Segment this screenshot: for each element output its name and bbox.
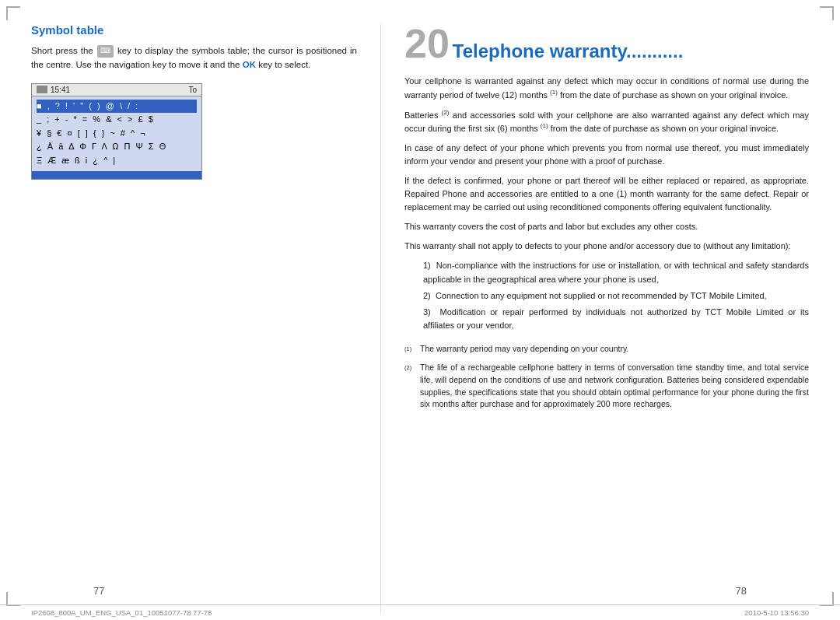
footnote-1: (1) The warranty period may vary dependi…: [404, 343, 809, 358]
chapter-header: 20 Telephone warranty...........: [404, 23, 809, 64]
footer-left-text: IP2608_800A_UM_ENG_USA_01_10051077-78 77…: [31, 608, 212, 617]
symbol-header: 15:41 To: [32, 84, 201, 96]
symbol-grid: ■ , ? ! ' " ( ) @ \ / : _ ; + - * = % & …: [32, 96, 201, 171]
ok-label: OK: [243, 60, 256, 69]
footnote-1-num: (1): [404, 343, 420, 358]
warranty-para-4: If the defect is confirmed, your phone o…: [404, 174, 809, 214]
symbol-row-2: ¥ § € ¤ [ ] { } ~ # ^ ¬: [37, 127, 197, 141]
header-icon: [37, 86, 47, 93]
corner-tl: [6, 6, 20, 20]
footnote-1-text: The warranty period may vary depending o…: [420, 343, 628, 356]
symbol-row-4: Ξ Æ æ ß i ¿ ^ |: [37, 154, 197, 168]
main-content: Symbol table Short press the ⌨ key to di…: [0, 0, 840, 620]
chapter-number: 20: [404, 23, 450, 64]
page-number-left: 77: [93, 585, 104, 597]
symbol-header-left: 15:41: [37, 86, 70, 94]
key-icon: ⌨: [97, 45, 114, 58]
intro-text-start: Short press the: [31, 46, 93, 55]
warranty-para-1: Your cellphone is warranted against any …: [404, 75, 809, 102]
chapter-title: Telephone warranty...........: [453, 40, 684, 62]
page-number-right: 78: [736, 585, 747, 597]
warranty-para-3: In case of any defect of your phone whic…: [404, 142, 809, 168]
warranty-para-6: This warranty shall not apply to defects…: [404, 240, 809, 253]
page-numbers: 77 78: [0, 585, 840, 597]
symbol-footer: [32, 171, 201, 179]
footer-bar: IP2608_800A_UM_ENG_USA_01_10051077-78 77…: [0, 604, 840, 620]
footnote-2-num: (2): [404, 362, 420, 377]
footnote-2-text: The life of a rechargeable cellphone bat…: [420, 362, 809, 411]
warranty-para-5: This warranty covers the cost of parts a…: [404, 220, 809, 233]
symbol-table: 15:41 To ■ , ? ! ' " ( ) @ \ / : _ ; + -…: [31, 83, 202, 180]
intro-text-end: key to select.: [258, 60, 310, 69]
list-item-1: 1) Non-compliance with the instructions …: [411, 259, 809, 285]
page-container: Symbol table Short press the ⌨ key to di…: [0, 0, 840, 620]
symbol-row-1: _ ; + - * = % & < > £ $: [37, 113, 197, 127]
left-column: Symbol table Short press the ⌨ key to di…: [31, 23, 381, 612]
symbol-header-time: 15:41: [51, 86, 70, 94]
footer-right-text: 2010-5-10 13:56:30: [744, 608, 809, 617]
footnotes: (1) The warranty period may vary dependi…: [404, 343, 809, 412]
intro-text: Short press the ⌨ key to display the sym…: [31, 44, 357, 72]
symbol-header-right: To: [188, 86, 197, 94]
symbol-row-3: ¿ Ä ä Δ Φ Γ Λ Ω Π Ψ Σ Θ: [37, 140, 197, 154]
right-column: 20 Telephone warranty........... Your ce…: [381, 23, 809, 612]
list-item-3: 3) Modification or repair performed by i…: [411, 306, 809, 332]
corner-tr: [820, 6, 834, 20]
warranty-para-2: Batteries (2) and accessories sold with …: [404, 108, 809, 135]
warranty-list: 1) Non-compliance with the instructions …: [411, 259, 809, 331]
list-item-2: 2) Connection to any equipment not suppl…: [411, 289, 809, 303]
section-title: Symbol table: [31, 23, 357, 37]
symbol-row-0: ■ , ? ! ' " ( ) @ \ / :: [37, 100, 197, 114]
footnote-2: (2) The life of a rechargeable cellphone…: [404, 362, 809, 411]
